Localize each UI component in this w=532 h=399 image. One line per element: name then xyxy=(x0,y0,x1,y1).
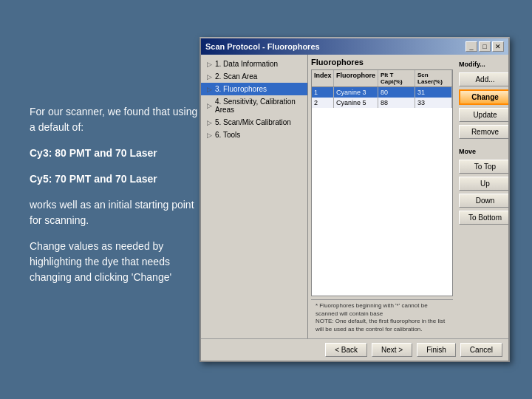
tree-label-scan-cal: 5. Scan/Mix Calibration xyxy=(215,118,291,126)
finish-button[interactable]: Finish xyxy=(417,343,456,357)
close-button[interactable]: ✕ xyxy=(492,41,504,52)
tree-label-data-info: 1. Data Information xyxy=(215,60,278,68)
row1-pmt: 80 xyxy=(378,87,415,98)
tree-icon-scan-area: ▷ xyxy=(207,73,212,81)
table-header: Index Fluorophore Plt T Capi(%) Scn Lase… xyxy=(312,70,452,87)
change-button[interactable]: Change xyxy=(459,89,508,105)
down-button[interactable]: Down xyxy=(459,194,508,208)
row1-fluorophore: Cyanine 3 xyxy=(334,87,378,98)
table-row[interactable]: 1 Cyanine 3 80 31 xyxy=(312,87,452,98)
dialog-title: Scan Protocol - Fluorophores xyxy=(205,42,320,51)
table-row[interactable]: 2 Cyanine 5 88 33 xyxy=(312,98,452,108)
tree-item-scan-area[interactable]: ▷ 2. Scan Area xyxy=(201,70,307,83)
tree-item-scan-cal[interactable]: ▷ 5. Scan/Mix Calibration xyxy=(201,116,307,129)
right-buttons-panel: Modify... Add... Change Update Remove Mo… xyxy=(456,55,508,338)
tree-item-data-info[interactable]: ▷ 1. Data Information xyxy=(201,58,307,70)
to-top-button[interactable]: To Top xyxy=(459,160,508,174)
row2-pmt: 88 xyxy=(378,98,415,108)
tree-item-sensitivity[interactable]: ▷ 4. Sensitivity, Calibration Areas xyxy=(201,95,307,116)
dialog-titlebar: Scan Protocol - Fluorophores _ □ ✕ xyxy=(201,38,508,55)
cy5-text: Cy5: 70 PMT and 70 Laser xyxy=(30,171,200,187)
row2-fluorophore: Cyanine 5 xyxy=(334,98,378,108)
note-line1: * Fluorophores beginning with '*' cannot… xyxy=(316,302,449,318)
cancel-button[interactable]: Cancel xyxy=(460,343,502,357)
row2-index: 2 xyxy=(312,98,334,108)
titlebar-buttons: _ □ ✕ xyxy=(466,41,504,52)
col-fluorophore: Fluorophore xyxy=(334,70,378,86)
minimize-button[interactable]: _ xyxy=(466,41,477,52)
update-button[interactable]: Update xyxy=(459,108,508,122)
tree-label-fluorophores: 3. Fluorophores xyxy=(215,85,267,93)
tree-label-scan-area: 2. Scan Area xyxy=(215,72,257,81)
dialog-footer: < Back Next > Finish Cancel xyxy=(201,338,508,361)
col-index: Index xyxy=(312,70,334,86)
tree-icon-tools: ▷ xyxy=(207,132,212,139)
row2-laser: 33 xyxy=(415,98,452,108)
fluorophores-table: Index Fluorophore Plt T Capi(%) Scn Lase… xyxy=(311,69,453,296)
to-bottom-button[interactable]: To Bottom xyxy=(459,211,508,225)
modify-add-buttons: Modify... Add... Change Update Remove xyxy=(456,55,508,142)
back-button[interactable]: < Back xyxy=(325,343,367,357)
tree-icon-data-info: ▷ xyxy=(207,61,212,68)
fluorophores-heading: Fluorophores xyxy=(311,58,453,66)
tree-icon-fluorophores: ▷ xyxy=(207,86,212,93)
scan-protocol-dialog: Scan Protocol - Fluorophores _ □ ✕ ▷ 1. … xyxy=(200,37,510,362)
col-pmt: Plt T Capi(%) xyxy=(378,70,415,86)
works-well-paragraph: works well as an initial starting point … xyxy=(30,197,200,228)
row1-laser: 31 xyxy=(415,87,452,98)
move-buttons: Move To Top Up Down To Bottom xyxy=(456,142,508,228)
up-button[interactable]: Up xyxy=(459,177,508,191)
tree-panel: ▷ 1. Data Information ▷ 2. Scan Area ▷ 3… xyxy=(201,55,308,338)
tree-label-sensitivity: 4. Sensitivity, Calibration Areas xyxy=(215,98,301,114)
tree-icon-sensitivity: ▷ xyxy=(207,102,212,109)
main-area: Fluorophores Index Fluorophore Plt T Cap… xyxy=(308,55,456,338)
dialog-body: ▷ 1. Data Information ▷ 2. Scan Area ▷ 3… xyxy=(201,55,508,338)
next-button[interactable]: Next > xyxy=(372,343,412,357)
change-values-paragraph: Change values as needed by highlighting … xyxy=(30,239,200,285)
add-button[interactable]: Add... xyxy=(459,72,508,86)
note-line2: NOTE: One default, the first fluorophore… xyxy=(316,318,449,333)
tree-label-tools: 6. Tools xyxy=(215,131,240,139)
remove-button[interactable]: Remove xyxy=(459,125,508,139)
notes-area: * Fluorophores beginning with '*' cannot… xyxy=(311,299,453,335)
intro-paragraph: For our scanner, we found that using a d… xyxy=(30,104,200,135)
dialog-content-area: Fluorophores Index Fluorophore Plt T Cap… xyxy=(308,55,508,338)
left-text-panel: For our scanner, we found that using a d… xyxy=(15,104,200,296)
maximize-button[interactable]: □ xyxy=(479,41,491,52)
tree-item-fluorophores[interactable]: ▷ 3. Fluorophores xyxy=(201,83,307,95)
col-laser: Scn Laser(%) xyxy=(415,70,452,86)
tree-item-tools[interactable]: ▷ 6. Tools xyxy=(201,129,307,141)
row1-index: 1 xyxy=(312,87,334,98)
cy3-text: Cy3: 80 PMT and 70 Laser xyxy=(30,146,200,161)
tree-icon-scan-cal: ▷ xyxy=(207,119,212,126)
slide-container: For our scanner, we found that using a d… xyxy=(0,0,532,399)
